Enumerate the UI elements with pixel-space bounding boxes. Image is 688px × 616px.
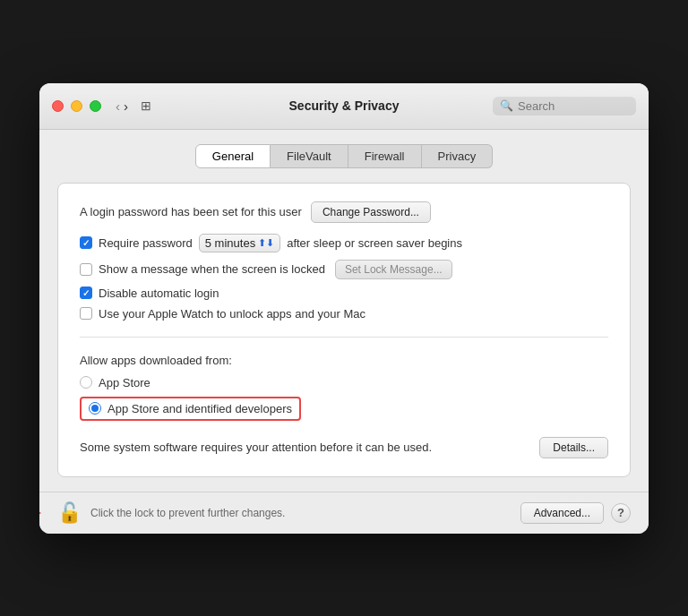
show-message-row: Show a message when the screen is locked… bbox=[80, 260, 608, 279]
password-interval-dropdown[interactable]: 5 minutes ⬆⬇ bbox=[199, 234, 280, 252]
app-store-developers-selected-box: App Store and identified developers bbox=[80, 397, 301, 421]
system-preferences-window: ‹ › ⊞ Security & Privacy 🔍 General FileV… bbox=[39, 83, 649, 534]
traffic-lights bbox=[52, 100, 101, 112]
arrow-indicator bbox=[39, 509, 41, 518]
system-software-row: Some system software requires your atten… bbox=[80, 437, 608, 458]
show-message-checkbox[interactable] bbox=[80, 263, 92, 276]
login-password-text: A login password has been set for this u… bbox=[80, 205, 302, 218]
app-store-developers-radio[interactable] bbox=[89, 402, 101, 415]
require-password-checkbox[interactable] bbox=[80, 236, 92, 249]
content-area: General FileVault Firewall Privacy A log… bbox=[39, 130, 649, 477]
arrow-head bbox=[39, 509, 41, 518]
details-button[interactable]: Details... bbox=[539, 437, 608, 458]
help-button[interactable]: ? bbox=[611, 503, 631, 523]
back-arrow[interactable]: ‹ bbox=[116, 98, 120, 114]
disable-autologin-checkbox[interactable] bbox=[80, 287, 92, 299]
require-password-suffix: after sleep or screen saver begins bbox=[287, 236, 462, 250]
close-button[interactable] bbox=[52, 100, 64, 112]
window-title: Security & Privacy bbox=[289, 98, 400, 113]
lock-icon[interactable]: 🔓 bbox=[57, 501, 82, 525]
app-store-radio-row: App Store bbox=[80, 376, 608, 389]
app-store-developers-label: App Store and identified developers bbox=[108, 402, 292, 415]
tab-general[interactable]: General bbox=[195, 144, 271, 168]
maximize-button[interactable] bbox=[90, 100, 101, 112]
search-icon: 🔍 bbox=[500, 99, 513, 112]
titlebar: ‹ › ⊞ Security & Privacy 🔍 bbox=[39, 83, 649, 130]
app-store-radio[interactable] bbox=[80, 376, 92, 389]
show-message-label: Show a message when the screen is locked bbox=[99, 262, 325, 276]
minimize-button[interactable] bbox=[71, 100, 82, 112]
lock-text: Click the lock to prevent further change… bbox=[90, 507, 520, 519]
tabs-row: General FileVault Firewall Privacy bbox=[57, 144, 631, 168]
apple-watch-row: Use your Apple Watch to unlock apps and … bbox=[80, 307, 608, 321]
divider bbox=[80, 337, 608, 338]
disable-autologin-label: Disable automatic login bbox=[99, 287, 219, 300]
login-password-row: A login password has been set for this u… bbox=[80, 201, 608, 223]
tab-firewall[interactable]: Firewall bbox=[348, 144, 422, 168]
bottom-bar: 🔓 Click the lock to prevent further chan… bbox=[39, 492, 649, 534]
system-software-text: Some system software requires your atten… bbox=[80, 441, 432, 454]
search-input[interactable] bbox=[518, 99, 629, 113]
app-store-developers-radio-row: App Store and identified developers bbox=[80, 397, 608, 421]
tab-privacy[interactable]: Privacy bbox=[422, 144, 494, 168]
password-interval-value: 5 minutes bbox=[205, 236, 255, 250]
change-password-button[interactable]: Change Password... bbox=[311, 201, 431, 223]
search-box[interactable]: 🔍 bbox=[493, 97, 636, 116]
forward-arrow[interactable]: › bbox=[124, 98, 128, 114]
general-panel: A login password has been set for this u… bbox=[57, 183, 631, 477]
grid-icon[interactable]: ⊞ bbox=[141, 98, 151, 113]
apple-watch-label: Use your Apple Watch to unlock apps and … bbox=[99, 307, 366, 321]
set-lock-message-button[interactable]: Set Lock Message... bbox=[335, 260, 452, 279]
require-password-label: Require password bbox=[99, 236, 193, 250]
app-store-option-label: App Store bbox=[99, 376, 150, 389]
allow-apps-label: Allow apps downloaded from: bbox=[80, 354, 608, 367]
tab-filevault[interactable]: FileVault bbox=[271, 144, 348, 168]
advanced-button[interactable]: Advanced... bbox=[520, 502, 604, 524]
navigation-arrows: ‹ › bbox=[116, 98, 128, 114]
dropdown-arrow-icon: ⬆⬇ bbox=[258, 237, 274, 249]
disable-autologin-row: Disable automatic login bbox=[80, 287, 608, 300]
require-password-row: Require password 5 minutes ⬆⬇ after slee… bbox=[80, 234, 608, 252]
apple-watch-checkbox[interactable] bbox=[80, 307, 92, 320]
